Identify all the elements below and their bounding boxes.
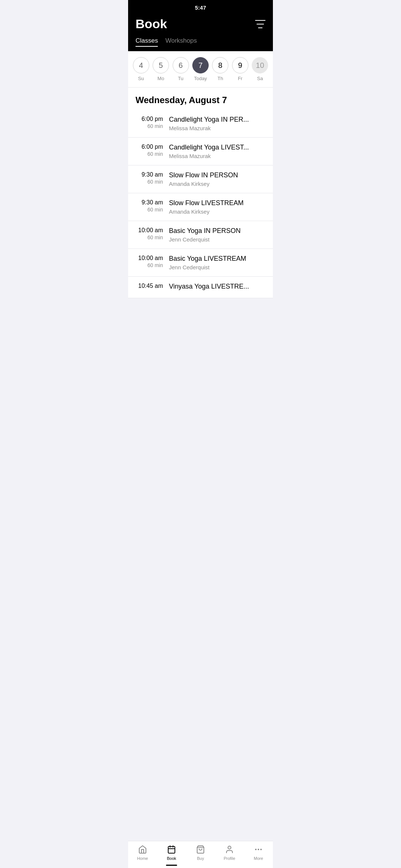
filter-line-2 bbox=[257, 24, 264, 24]
class-item-2[interactable]: 6:00 pm 60 min Candlelight Yoga LIVEST..… bbox=[128, 138, 273, 165]
class-time-5: 10:00 am 60 min bbox=[136, 227, 169, 240]
profile-icon bbox=[224, 844, 235, 855]
class-time-3: 9:30 am 60 min bbox=[136, 171, 169, 185]
day-6-label: Tu bbox=[178, 76, 183, 81]
svg-point-5 bbox=[228, 846, 231, 849]
nav-active-indicator bbox=[166, 865, 177, 866]
nav-profile[interactable]: Profile bbox=[218, 844, 241, 861]
header: Book bbox=[128, 14, 273, 37]
class-info-1: Candlelight Yoga IN PER... Melissa Mazur… bbox=[169, 116, 265, 131]
class-time-2: 6:00 pm 60 min bbox=[136, 144, 169, 157]
class-info-2: Candlelight Yoga LIVEST... Melissa Mazur… bbox=[169, 144, 265, 159]
bottom-nav: Home Book Buy bbox=[128, 841, 273, 868]
class-time-4: 9:30 am 60 min bbox=[136, 199, 169, 213]
class-info-4: Slow Flow LIVESTREAM Amanda Kirksey bbox=[169, 199, 265, 215]
day-9-number: 9 bbox=[232, 57, 248, 73]
page-title: Book bbox=[136, 17, 167, 31]
date-heading-section: Wednesday, August 7 bbox=[128, 88, 273, 110]
svg-point-6 bbox=[255, 849, 257, 850]
filter-line-1 bbox=[255, 20, 265, 21]
buy-icon bbox=[195, 844, 206, 855]
status-bar: 5:47 bbox=[128, 0, 273, 14]
calendar-days: 4 Su 5 Mo 6 Tu 7 Today 8 Th 9 Fr bbox=[131, 57, 270, 81]
day-5[interactable]: 5 Mo bbox=[153, 57, 169, 81]
nav-more-label: More bbox=[254, 856, 263, 861]
day-5-number: 5 bbox=[153, 57, 169, 73]
day-7-label: Today bbox=[194, 76, 207, 81]
date-heading: Wednesday, August 7 bbox=[136, 95, 265, 105]
class-item-5[interactable]: 10:00 am 60 min Basic Yoga IN PERSON Jen… bbox=[128, 221, 273, 249]
home-icon bbox=[137, 844, 148, 855]
day-5-label: Mo bbox=[157, 76, 164, 81]
tab-classes[interactable]: Classes bbox=[136, 37, 158, 47]
day-10-number: 10 bbox=[252, 57, 268, 73]
filter-line-3 bbox=[258, 27, 263, 28]
day-8[interactable]: 8 Th bbox=[212, 57, 228, 81]
class-info-7: Vinyasa Yoga LIVESTRE... bbox=[169, 283, 265, 292]
nav-buy-label: Buy bbox=[197, 856, 204, 861]
nav-home-label: Home bbox=[137, 856, 148, 861]
class-item-4[interactable]: 9:30 am 60 min Slow Flow LIVESTREAM Aman… bbox=[128, 193, 273, 221]
nav-book[interactable]: Book bbox=[160, 844, 183, 861]
book-icon bbox=[166, 844, 177, 855]
nav-book-label: Book bbox=[167, 856, 176, 861]
svg-point-8 bbox=[260, 849, 262, 850]
day-10-label: Sa bbox=[257, 76, 263, 81]
filter-button[interactable] bbox=[255, 20, 265, 28]
svg-rect-0 bbox=[168, 846, 175, 853]
day-6-number: 6 bbox=[173, 57, 189, 73]
day-7[interactable]: 7 Today bbox=[192, 57, 209, 81]
class-info-6: Basic Yoga LIVESTREAM Jenn Cederquist bbox=[169, 255, 265, 270]
class-item-6[interactable]: 10:00 am 60 min Basic Yoga LIVESTREAM Je… bbox=[128, 249, 273, 277]
day-9-label: Fr bbox=[238, 76, 242, 81]
class-time-1: 6:00 pm 60 min bbox=[136, 116, 169, 129]
class-time-7: 10:45 am bbox=[136, 283, 169, 290]
svg-point-7 bbox=[258, 849, 259, 850]
tab-workshops[interactable]: Workshops bbox=[165, 37, 197, 47]
day-4-label: Su bbox=[138, 76, 144, 81]
more-icon bbox=[253, 844, 264, 855]
tab-bar: Classes Workshops bbox=[128, 37, 273, 51]
day-9[interactable]: 9 Fr bbox=[232, 57, 248, 81]
class-item-3[interactable]: 9:30 am 60 min Slow Flow IN PERSON Amand… bbox=[128, 165, 273, 193]
class-info-5: Basic Yoga IN PERSON Jenn Cederquist bbox=[169, 227, 265, 243]
nav-profile-label: Profile bbox=[224, 856, 235, 861]
day-6[interactable]: 6 Tu bbox=[173, 57, 189, 81]
day-8-number: 8 bbox=[212, 57, 228, 73]
class-time-6: 10:00 am 60 min bbox=[136, 255, 169, 268]
day-4-number: 4 bbox=[133, 57, 149, 73]
nav-home[interactable]: Home bbox=[131, 844, 154, 861]
day-8-label: Th bbox=[218, 76, 223, 81]
day-10[interactable]: 10 Sa bbox=[252, 57, 268, 81]
classes-list: 6:00 pm 60 min Candlelight Yoga IN PER..… bbox=[128, 110, 273, 298]
class-info-3: Slow Flow IN PERSON Amanda Kirksey bbox=[169, 171, 265, 187]
content-area: 4 Su 5 Mo 6 Tu 7 Today 8 Th 9 Fr bbox=[128, 51, 273, 328]
class-item-7[interactable]: 10:45 am Vinyasa Yoga LIVESTRE... bbox=[128, 277, 273, 298]
day-7-number: 7 bbox=[192, 57, 209, 73]
nav-buy[interactable]: Buy bbox=[189, 844, 212, 861]
calendar-section: 4 Su 5 Mo 6 Tu 7 Today 8 Th 9 Fr bbox=[128, 51, 273, 88]
nav-more[interactable]: More bbox=[247, 844, 270, 861]
class-item-1[interactable]: 6:00 pm 60 min Candlelight Yoga IN PER..… bbox=[128, 110, 273, 138]
day-4[interactable]: 4 Su bbox=[133, 57, 149, 81]
status-time: 5:47 bbox=[195, 4, 206, 11]
